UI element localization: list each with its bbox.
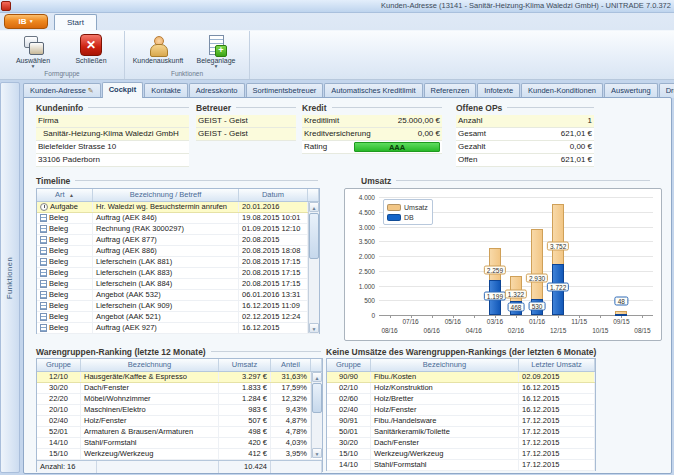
timeline-scrollbar[interactable]: ▲ ▼ [308, 202, 319, 333]
timeline-row[interactable]: BelegLieferschein (LAK 881)20.08.2015 17… [37, 257, 319, 268]
no-sales-row[interactable]: 15/10Werkzeug/Werkzeug17.12.2015 [327, 449, 595, 460]
timeline-row[interactable]: BelegAuftrag (AEK 846)19.08.2015 10:01 [37, 213, 319, 224]
column-header-gruppe[interactable]: Gruppe [327, 359, 371, 371]
column-header-letzter-umsatz[interactable]: Letzter Umsatz [519, 359, 595, 371]
timeline-table-body: AufgabeHr. Waledzi wg. Besuchstermin anr… [37, 202, 319, 334]
column-header-anteil[interactable]: Anteil [271, 359, 311, 371]
tab-adresskonto[interactable]: Adresskonto [189, 83, 245, 98]
chart-bar-db [615, 314, 627, 316]
timeline-row[interactable]: BelegLieferschein (LAK 909)16.12.2015 11… [37, 301, 319, 312]
ranking-gruppe: 22/20 [37, 394, 81, 404]
column-header-gruppe[interactable]: Gruppe [37, 359, 81, 371]
no-sales-row[interactable]: 90/90Fibu./Kosten02.09.2015 [327, 372, 595, 383]
ribbon-button-schlieen[interactable]: ✕Schließen [62, 33, 120, 65]
collapsed-side-panel-funktionen[interactable]: Funktionen [0, 82, 20, 473]
document-icon [40, 313, 47, 321]
tab-cockpit[interactable]: Cockpit [102, 82, 144, 98]
ranking-row[interactable]: 52/01Armaturen & Brausen/Armaturen498 €4… [37, 427, 322, 438]
no-sales-row[interactable]: 02/10Holz/Konstruktion16.12.2015 [327, 383, 595, 394]
kredit-label: Kreditlimit [304, 115, 339, 127]
no-sales-row[interactable]: 02/60Holz/Bretter16.12.2015 [327, 394, 595, 405]
betreuer-line: GEIST - Geist [196, 128, 296, 141]
chart-y-tick-label: 4.500 [347, 208, 375, 215]
column-header-umsatz[interactable]: Umsatz [219, 359, 271, 371]
ranking-scrollbar[interactable]: ▲ ▼ [311, 372, 322, 458]
column-header-datum[interactable]: Datum [239, 189, 308, 201]
no-sales-row[interactable]: 14/10Stahl/Formstahl17.12.2015 [327, 460, 595, 471]
timeline-art-cell: Beleg [37, 279, 93, 289]
no-sales-row[interactable]: 02/40Holz/Fenster16.12.2015 [327, 405, 595, 416]
offene-ops-label: Gesamt [458, 128, 486, 140]
scroll-up-icon[interactable]: ▲ [309, 202, 319, 212]
tab-auswertung[interactable]: Auswertung [604, 83, 658, 98]
chart-bar-label-umsatz: 2.259 [484, 266, 506, 275]
scroll-down-icon[interactable]: ▼ [312, 448, 322, 458]
scroll-up-icon[interactable]: ▲ [312, 372, 322, 382]
no-sales-row[interactable]: 90/91Fibu./Handelsware17.12.2015 [327, 416, 595, 427]
no-sales-datum: 16.12.2015 [519, 394, 595, 404]
section-header-kredit: Kredit [302, 102, 442, 113]
ribbon-tab-start[interactable]: Start [54, 14, 97, 30]
task-clock-icon [40, 203, 48, 211]
tab-kontakte[interactable]: Kontakte [144, 83, 188, 98]
ranking-row[interactable]: 20/10Maschinen/Elektro983 €9,43% [37, 405, 322, 416]
ribbon-group-funktionen: KundenauskunftBeleganlage▼Funktionen [125, 31, 250, 79]
timeline-row[interactable]: BelegLieferschein (LAK 884)20.08.2015 17… [37, 279, 319, 290]
tab-referenzen[interactable]: Referenzen [424, 83, 477, 98]
no-sales-row[interactable]: 30/20Dach/Fenster17.12.2015 [327, 438, 595, 449]
section-header-offene-ops: Offene OPs [456, 102, 594, 113]
ranking-row[interactable]: 12/10Hausgeräte/Kaffee & Espresso3.297 €… [37, 372, 322, 383]
ranking-gruppe: 30/20 [37, 383, 81, 393]
column-header-bezeichnung[interactable]: Bezeichnung [371, 359, 519, 371]
tab-automatisches-kreditlimit[interactable]: Automatisches Kreditlimit [324, 83, 422, 98]
timeline-row[interactable]: BelegAngebot (AAK 521)02.12.2015 12:24 [37, 312, 319, 323]
timeline-row[interactable]: BelegAuftrag (AEK 886)20.08.2015 18:08 [37, 246, 319, 257]
chart-y-tick-label: 3.500 [347, 238, 375, 245]
timeline-row[interactable]: AufgabeHr. Waledzi wg. Besuchstermin anr… [37, 202, 319, 213]
ribbon-button-kundenauskunft[interactable]: Kundenauskunft [129, 33, 187, 65]
document-icon [40, 236, 47, 244]
ranking-umsatz: 412 € [219, 449, 271, 459]
timeline-row[interactable]: BelegAuftrag (AEK 927)16.12.2015 [37, 323, 319, 334]
timeline-art-cell: Beleg [37, 323, 93, 333]
ranking-row[interactable]: 02/40Holz/Fenster507 €4,87% [37, 416, 322, 427]
ranking-row[interactable]: 30/20Dach/Fenster1.833 €17,59% [37, 383, 322, 394]
timeline-datum-cell: 20.01.2016 [239, 202, 308, 212]
tab-infotexte[interactable]: Infotexte [477, 83, 520, 98]
timeline-row[interactable]: BelegRechnung (RAK 3000297)01.09.2015 12… [37, 224, 319, 235]
timeline-row[interactable]: BelegLieferschein (LAK 883)20.08.2015 17… [37, 268, 319, 279]
chart-x-tick-label: 01/16 [529, 318, 545, 325]
tab-kunden-adresse[interactable]: Kunden-Adresse ✎ [23, 83, 101, 98]
kundeninfo-text: Bielefelder Strasse 10 [38, 141, 116, 153]
no-sales-gruppe: 90/91 [327, 416, 371, 426]
scrollbar-thumb[interactable] [309, 213, 319, 259]
betreuer-text: GEIST - Geist [198, 115, 248, 127]
tab-kunden-konditionen[interactable]: Kunden-Konditionen [521, 83, 603, 98]
ribbon-button-beleganlage[interactable]: Beleganlage▼ [187, 33, 245, 69]
tab-sortimentsbetreuer[interactable]: Sortimentsbetreuer [246, 83, 324, 98]
ranking-row[interactable]: 14/10Stahl/Formstahl420 €4,03% [37, 438, 322, 449]
ranking-row[interactable]: 22/20Möbel/Wohnzimmer1.284 €12,32% [37, 394, 322, 405]
scroll-down-icon[interactable]: ▼ [309, 323, 319, 333]
no-sales-gruppe: 50/01 [327, 427, 371, 437]
no-sales-row[interactable]: 50/01Sanitärkeramik/Toilette17.12.2015 [327, 427, 595, 438]
tab-drucktexte[interactable]: Drucktexte [659, 83, 674, 98]
ribbon-button-auswhlen[interactable]: Auswählen▼ [4, 33, 62, 69]
timeline-datum-cell: 20.08.2015 [239, 235, 308, 245]
column-header-bezeichnung[interactable]: Bezeichnung / Betreff [93, 189, 239, 201]
column-header-art[interactable]: Art ▲ [37, 189, 93, 201]
app-menu-button[interactable]: IB ▼ [4, 14, 48, 29]
offene-ops-row: Gesamt621,01 € [456, 128, 594, 141]
timeline-row[interactable]: BelegAuftrag (AEK 877)20.08.2015 [37, 235, 319, 246]
column-header-bezeichnung[interactable]: Bezeichnung [81, 359, 219, 371]
scrollbar-thumb[interactable] [312, 383, 322, 413]
chart-y-tick-label: 4.000 [347, 194, 375, 201]
chart-x-tick-label: 12/15 [550, 327, 566, 334]
legend-swatch [387, 204, 401, 211]
no-sales-bezeichnung: Holz/Fenster [371, 405, 519, 415]
offene-ops-label: Offen [458, 154, 477, 166]
legend-label: DB [404, 214, 414, 221]
ranking-row[interactable]: 15/10Werkzeug/Werkzeug412 €3,95% [37, 449, 322, 460]
ranking-bezeichnung: Stahl/Formstahl [81, 438, 219, 448]
timeline-row[interactable]: BelegAngebot (AAK 532)06.01.2016 13:31 [37, 290, 319, 301]
